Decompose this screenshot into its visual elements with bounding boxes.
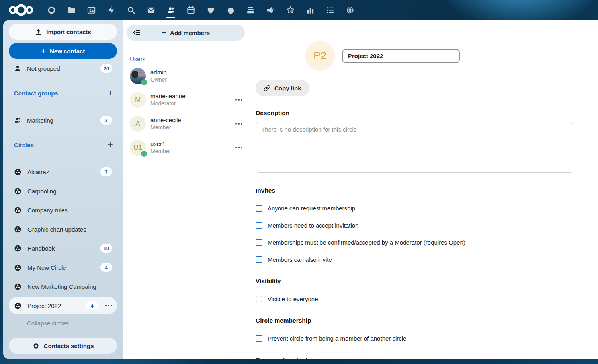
- likes-icon[interactable]: [201, 0, 221, 20]
- sidebar-item-circle-alcatraz[interactable]: Alcatraz7: [9, 163, 117, 181]
- count-badge: 3: [100, 116, 112, 125]
- circle-icon[interactable]: [41, 0, 61, 20]
- option-label: Memberships must be confirmed/accepted b…: [268, 239, 465, 246]
- circles-app-icon: [14, 263, 22, 272]
- checkbox[interactable]: [256, 335, 262, 342]
- member-row-anne-cecile[interactable]: Aanne-cecileMember: [127, 114, 245, 133]
- option-label: Members need to accept invitation: [268, 222, 358, 229]
- contact-groups-title: Contact groups: [14, 90, 58, 97]
- description-textarea[interactable]: [256, 122, 573, 173]
- circles-app-icon: [14, 282, 22, 291]
- sidebar-item-not-grouped[interactable]: Not grouped 20: [9, 60, 117, 77]
- collapse-sidebar-icon[interactable]: [132, 28, 141, 38]
- more-actions-icon[interactable]: [235, 147, 242, 148]
- new-contact-button[interactable]: + New contact: [9, 43, 117, 59]
- count-badge: 20: [100, 64, 112, 73]
- circle-avatar: P2: [305, 41, 335, 71]
- sidebar-item-marketing[interactable]: Marketing3: [9, 111, 117, 129]
- circle-name-input[interactable]: [342, 49, 460, 63]
- checkbox[interactable]: [256, 256, 262, 263]
- option-label: Members can also invite: [268, 256, 332, 263]
- count-badge: 7: [100, 167, 112, 176]
- sidebar-item-label: Alcatraz: [27, 169, 95, 175]
- count-badge: 4: [86, 301, 98, 310]
- member-row-user1[interactable]: U1user1Member: [127, 138, 245, 157]
- section-heading-password-protection: Password protection: [256, 356, 574, 359]
- calendar-icon[interactable]: [181, 0, 201, 20]
- member-info: anne-cecileMember: [150, 117, 229, 131]
- option-row[interactable]: Memberships must be confirmed/accepted b…: [256, 238, 574, 246]
- sidebar-item-circle-carpooling[interactable]: Carpooling: [9, 182, 117, 200]
- mail-icon[interactable]: [141, 0, 161, 20]
- import-contacts-label: Import contacts: [46, 29, 91, 35]
- top-bar: [0, 0, 598, 20]
- option-label: Prevent circle from being a member of an…: [268, 335, 406, 342]
- member-row-admin[interactable]: adminOwner: [127, 66, 245, 86]
- more-actions-icon[interactable]: [235, 99, 242, 101]
- new-contact-label: New contact: [50, 48, 85, 55]
- app-menu: [41, 0, 360, 20]
- description-heading: Description: [256, 109, 574, 117]
- copy-link-button[interactable]: Copy link: [256, 80, 309, 96]
- sidebar-item-circle-graphic-chart-updates[interactable]: Graphic chart updates: [9, 220, 117, 238]
- sidebar-item-circle-new-marketing-campaing[interactable]: New Marketing Campaing: [9, 278, 117, 295]
- circles-app-icon: [14, 187, 22, 195]
- add-circle-button[interactable]: +: [107, 140, 113, 150]
- section-heading-circle-membership: Circle membership: [256, 317, 574, 325]
- avatar: U1: [130, 140, 146, 156]
- contacts-settings-button[interactable]: Contacts settings: [9, 338, 117, 354]
- person-icon: [14, 64, 21, 72]
- activity-icon[interactable]: [101, 0, 121, 20]
- option-row[interactable]: Visible to everyone: [256, 295, 574, 303]
- circles-list: Alcatraz7CarpoolingCompany rulesGraphic …: [9, 163, 117, 314]
- deck-icon[interactable]: [240, 0, 260, 20]
- add-group-button[interactable]: +: [107, 88, 113, 98]
- option-row[interactable]: Members can also invite: [256, 255, 574, 263]
- star-icon[interactable]: [280, 0, 300, 20]
- member-name: marie-jeanne: [150, 93, 229, 100]
- circles-app-icon: [14, 244, 22, 253]
- users-list: adminOwnerMmarie-jeanneModeratorAanne-ce…: [127, 66, 245, 162]
- users-list-header: Users: [130, 56, 245, 62]
- sidebar-item-circle-handbook[interactable]: Handbook10: [9, 239, 117, 257]
- photos-icon[interactable]: [81, 0, 101, 20]
- member-row-marie-jeanne[interactable]: Mmarie-jeanneModerator: [127, 90, 245, 109]
- circle-settings: InvitesAnyone can request membershipMemb…: [256, 187, 574, 359]
- globe-icon[interactable]: [340, 0, 360, 20]
- collapse-circles-link[interactable]: Collapse circles: [27, 320, 117, 327]
- member-role: Member: [150, 124, 229, 131]
- online-status-dot: [141, 151, 147, 157]
- checkbox[interactable]: [256, 205, 262, 212]
- sidebar-item-circle-company-rules[interactable]: Company rules: [9, 201, 117, 219]
- sidebar-item-label: Handbook: [27, 245, 95, 252]
- contacts-sidebar: Import contacts + New contact Not groupe…: [3, 20, 123, 359]
- circles-title: Circles: [14, 142, 34, 148]
- files-icon[interactable]: [61, 0, 81, 20]
- checkbox[interactable]: [256, 222, 262, 229]
- sidebar-item-circle-my-new-circle[interactable]: My New Circle4: [9, 259, 117, 276]
- sidebar-item-circle-project-2022[interactable]: Project 20224: [9, 297, 117, 314]
- more-actions-icon[interactable]: [105, 305, 112, 306]
- tasks-icon[interactable]: [320, 0, 340, 20]
- import-contacts-button[interactable]: Import contacts: [9, 24, 117, 40]
- option-row[interactable]: Anyone can request membership: [256, 204, 574, 212]
- count-badge: 4: [100, 263, 112, 272]
- analytics-icon[interactable]: [300, 0, 320, 20]
- circles-app-icon: [14, 206, 22, 214]
- more-actions-icon[interactable]: [235, 123, 242, 125]
- sidebar-item-label: Company rules: [27, 207, 112, 214]
- search-icon[interactable]: [121, 0, 141, 20]
- checkbox[interactable]: [256, 296, 262, 302]
- app-content: Import contacts + New contact Not groupe…: [3, 20, 598, 359]
- option-row[interactable]: Prevent circle from being a member of an…: [256, 334, 574, 342]
- checkbox[interactable]: [256, 239, 262, 246]
- github-icon[interactable]: [221, 0, 240, 20]
- announcements-icon[interactable]: [260, 0, 280, 20]
- add-members-button[interactable]: + Add members: [127, 25, 245, 41]
- nextcloud-logo-icon[interactable]: [6, 0, 37, 20]
- copy-link-label: Copy link: [274, 85, 301, 91]
- circles-header: Circles +: [9, 140, 117, 150]
- circles-app-icon: [14, 225, 22, 234]
- option-row[interactable]: Members need to accept invitation: [256, 221, 574, 229]
- contacts-icon[interactable]: [161, 0, 181, 20]
